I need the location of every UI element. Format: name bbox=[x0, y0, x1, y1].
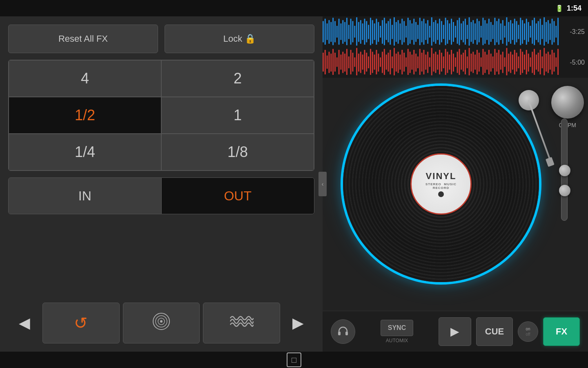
vinyl-record[interactable]: VINYL STEREO MUSICRECORD bbox=[343, 86, 539, 282]
svg-rect-53 bbox=[419, 18, 421, 45]
panel-edge-button[interactable]: ‹ bbox=[318, 172, 327, 196]
svg-rect-224 bbox=[520, 49, 521, 75]
svg-rect-176 bbox=[425, 54, 426, 70]
beat-cell-quarter[interactable]: 1/4 bbox=[9, 134, 161, 171]
svg-rect-198 bbox=[469, 48, 470, 75]
svg-rect-128 bbox=[330, 54, 332, 72]
out-button[interactable]: OUT bbox=[162, 178, 314, 214]
svg-rect-181 bbox=[435, 52, 437, 73]
svg-rect-124 bbox=[323, 53, 324, 72]
svg-rect-116 bbox=[543, 17, 545, 45]
waveform-red: -5:00 bbox=[323, 47, 588, 78]
svg-rect-78 bbox=[469, 17, 470, 45]
in-button[interactable]: IN bbox=[9, 178, 162, 214]
svg-rect-237 bbox=[546, 54, 547, 72]
svg-rect-166 bbox=[405, 57, 407, 67]
beat-cell-1[interactable]: 1 bbox=[161, 97, 314, 134]
svg-rect-222 bbox=[516, 53, 517, 72]
svg-rect-87 bbox=[486, 23, 488, 40]
beat-cell-half[interactable]: 1/2 bbox=[9, 97, 161, 134]
svg-rect-183 bbox=[439, 50, 440, 74]
wave-button[interactable] bbox=[203, 303, 280, 343]
headphone-button[interactable] bbox=[331, 319, 355, 344]
svg-rect-37 bbox=[388, 21, 389, 43]
pitch-slider-thumb-bottom[interactable] bbox=[559, 185, 570, 196]
beat-cell-4[interactable]: 4 bbox=[9, 60, 161, 97]
svg-rect-8 bbox=[330, 22, 332, 42]
svg-rect-14 bbox=[342, 20, 343, 44]
cue-button[interactable]: CUE bbox=[476, 317, 513, 346]
svg-rect-17 bbox=[348, 25, 350, 39]
svg-rect-94 bbox=[500, 23, 501, 40]
svg-rect-52 bbox=[417, 25, 419, 39]
svg-rect-207 bbox=[486, 54, 488, 70]
svg-rect-191 bbox=[455, 57, 456, 67]
svg-rect-230 bbox=[532, 52, 533, 73]
tonearm bbox=[482, 90, 547, 172]
svg-rect-104 bbox=[520, 18, 521, 45]
svg-rect-236 bbox=[543, 48, 545, 75]
svg-rect-43 bbox=[400, 23, 401, 40]
svg-rect-73 bbox=[459, 18, 460, 45]
svg-rect-158 bbox=[390, 50, 391, 74]
svg-rect-51 bbox=[415, 22, 416, 42]
svg-rect-161 bbox=[396, 54, 397, 72]
sync-automix-group: SYNC AUTOMIX bbox=[381, 320, 413, 343]
beat-cell-eighth[interactable]: 1/8 bbox=[161, 134, 314, 171]
svg-rect-126 bbox=[327, 56, 328, 69]
pitch-slider-track[interactable] bbox=[561, 119, 568, 221]
svg-rect-184 bbox=[441, 53, 442, 72]
svg-rect-195 bbox=[463, 53, 464, 72]
beat-cell-2[interactable]: 2 bbox=[161, 60, 314, 97]
svg-rect-231 bbox=[534, 49, 535, 75]
svg-rect-162 bbox=[398, 52, 399, 73]
svg-rect-64 bbox=[441, 21, 442, 43]
sync-button[interactable]: SYNC bbox=[381, 320, 413, 336]
svg-rect-11 bbox=[336, 26, 338, 38]
lock-button[interactable]: Lock 🔒 bbox=[165, 25, 314, 53]
in-out-row: IN OUT bbox=[8, 177, 314, 214]
svg-rect-20 bbox=[354, 26, 355, 38]
pitch-slider-thumb-top[interactable] bbox=[559, 165, 570, 176]
svg-rect-165 bbox=[403, 53, 405, 72]
right-bottom-controls: SYNC AUTOMIX ▶ CUE on off FX bbox=[323, 311, 588, 352]
svg-rect-76 bbox=[465, 19, 466, 45]
svg-rect-193 bbox=[459, 49, 460, 75]
loop-button[interactable]: ↺ bbox=[42, 303, 120, 343]
svg-rect-203 bbox=[479, 53, 480, 72]
next-button[interactable]: ▶ bbox=[282, 303, 314, 343]
svg-rect-13 bbox=[341, 23, 342, 40]
svg-rect-118 bbox=[548, 20, 549, 44]
svg-rect-62 bbox=[437, 23, 438, 40]
reset-all-fx-button[interactable]: Reset All FX bbox=[8, 25, 158, 53]
spin-button[interactable] bbox=[123, 303, 200, 343]
fx-button[interactable]: FX bbox=[543, 317, 580, 346]
play-button[interactable]: ▶ bbox=[439, 317, 471, 346]
svg-rect-182 bbox=[437, 54, 438, 70]
svg-rect-105 bbox=[522, 20, 523, 44]
svg-point-3 bbox=[160, 320, 163, 323]
svg-rect-147 bbox=[368, 56, 369, 68]
svg-rect-18 bbox=[350, 19, 352, 45]
svg-rect-239 bbox=[550, 54, 551, 70]
svg-rect-93 bbox=[498, 19, 499, 45]
svg-rect-240 bbox=[552, 50, 553, 74]
svg-rect-145 bbox=[364, 50, 365, 74]
svg-rect-106 bbox=[524, 23, 525, 40]
svg-rect-245 bbox=[345, 332, 348, 335]
prev-button[interactable]: ◀ bbox=[8, 303, 41, 343]
on-off-toggle[interactable]: on off bbox=[518, 321, 538, 342]
bpm-knob[interactable] bbox=[551, 86, 584, 119]
svg-rect-31 bbox=[376, 19, 377, 45]
svg-rect-6 bbox=[327, 23, 328, 40]
svg-rect-144 bbox=[362, 54, 363, 70]
svg-rect-208 bbox=[488, 50, 490, 74]
svg-rect-197 bbox=[467, 56, 468, 68]
svg-rect-211 bbox=[494, 49, 496, 75]
home-button[interactable]: □ bbox=[287, 352, 301, 367]
spin-icon-svg bbox=[151, 311, 172, 332]
svg-rect-131 bbox=[336, 57, 338, 67]
svg-rect-19 bbox=[352, 21, 354, 43]
on-label: on bbox=[526, 327, 530, 331]
svg-rect-242 bbox=[555, 57, 557, 67]
